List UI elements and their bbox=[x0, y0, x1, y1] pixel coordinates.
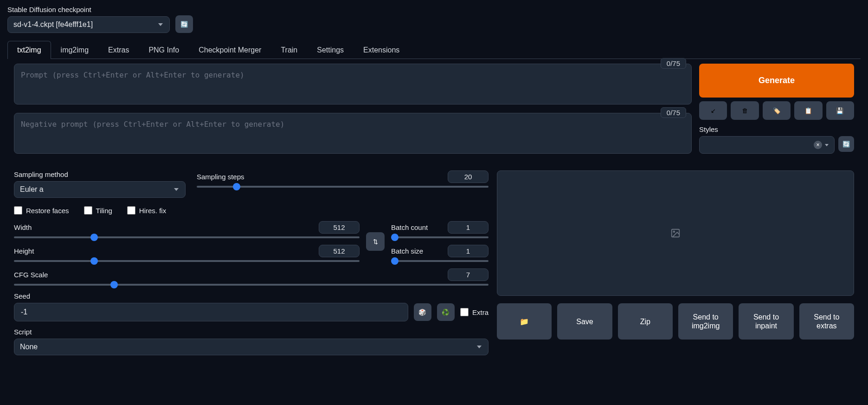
hires-fix-check[interactable]: Hires. fix bbox=[127, 206, 166, 215]
batch-size-label: Batch size bbox=[391, 247, 423, 255]
svg-point-1 bbox=[673, 231, 675, 232]
seed-input[interactable] bbox=[14, 303, 408, 321]
refresh-icon: 🔄 bbox=[842, 141, 850, 148]
sampling-method-select[interactable]: Euler a bbox=[14, 181, 186, 198]
swap-dimensions-button[interactable]: ⇅ bbox=[366, 232, 385, 251]
image-icon bbox=[670, 228, 681, 238]
main-tabs: txt2img img2img Extras PNG Info Checkpoi… bbox=[7, 40, 861, 59]
restore-faces-check[interactable]: Restore faces bbox=[14, 206, 69, 215]
trash-icon: 🗑 bbox=[742, 107, 748, 114]
arrow-icon: ↙ bbox=[711, 107, 716, 114]
sampling-steps-value[interactable]: 20 bbox=[448, 170, 489, 183]
save-icon: 💾 bbox=[836, 107, 844, 114]
cfg-scale-value[interactable]: 7 bbox=[448, 268, 489, 281]
height-label: Height bbox=[14, 247, 34, 255]
dice-icon: 🎲 bbox=[418, 309, 426, 316]
chevron-down-icon bbox=[825, 144, 829, 146]
open-folder-button[interactable]: 📁 bbox=[497, 303, 552, 340]
styles-select[interactable]: × bbox=[699, 136, 835, 154]
clear-styles-icon[interactable]: × bbox=[814, 141, 822, 149]
prompt-counter: 0/75 bbox=[661, 58, 686, 69]
interrogate-button[interactable]: ↙ bbox=[699, 101, 727, 120]
batch-count-slider[interactable] bbox=[391, 236, 489, 238]
negative-prompt-input[interactable] bbox=[14, 113, 692, 154]
style-create-button[interactable]: 🏷️ bbox=[763, 101, 791, 120]
batch-count-label: Batch count bbox=[391, 223, 428, 231]
tab-pnginfo[interactable]: PNG Info bbox=[139, 41, 189, 59]
recycle-icon: ♻️ bbox=[442, 309, 450, 316]
refresh-icon: 🔄 bbox=[180, 21, 188, 28]
height-slider[interactable] bbox=[14, 260, 360, 262]
random-seed-button[interactable]: 🎲 bbox=[414, 303, 431, 321]
tab-extras[interactable]: Extras bbox=[98, 41, 139, 59]
width-value[interactable]: 512 bbox=[319, 221, 360, 234]
reload-checkpoint-button[interactable]: 🔄 bbox=[175, 15, 193, 33]
sampling-steps-slider[interactable] bbox=[197, 186, 489, 188]
tab-img2img[interactable]: img2img bbox=[51, 41, 98, 59]
generate-button[interactable]: Generate bbox=[699, 64, 854, 98]
zip-button[interactable]: Zip bbox=[618, 303, 673, 340]
cfg-scale-slider[interactable] bbox=[14, 284, 489, 286]
script-label: Script bbox=[14, 328, 489, 336]
send-extras-button[interactable]: Send to extras bbox=[799, 303, 854, 340]
seed-label: Seed bbox=[14, 292, 489, 300]
sampling-steps-label: Sampling steps bbox=[197, 173, 244, 181]
width-slider[interactable] bbox=[14, 236, 360, 238]
prompt-input[interactable] bbox=[14, 64, 692, 105]
send-inpaint-button[interactable]: Send to inpaint bbox=[739, 303, 793, 340]
checkpoint-label: Stable Diffusion checkpoint bbox=[7, 6, 170, 13]
tab-train[interactable]: Train bbox=[271, 41, 307, 59]
save-button[interactable]: Save bbox=[557, 303, 612, 340]
clipboard-icon: 📋 bbox=[804, 107, 812, 114]
extra-seed-check[interactable]: Extra bbox=[460, 308, 489, 316]
clear-prompt-button[interactable]: 🗑 bbox=[731, 101, 759, 120]
batch-size-slider[interactable] bbox=[391, 260, 489, 262]
tab-settings[interactable]: Settings bbox=[307, 41, 354, 59]
swap-icon: ⇅ bbox=[373, 238, 378, 245]
tab-txt2img[interactable]: txt2img bbox=[7, 41, 51, 59]
script-select[interactable]: None bbox=[14, 339, 489, 355]
width-label: Width bbox=[14, 223, 32, 231]
send-img2img-button[interactable]: Send to img2img bbox=[678, 303, 733, 340]
tag-icon: 🏷️ bbox=[773, 107, 781, 114]
output-preview bbox=[497, 170, 854, 296]
tab-checkpoint-merger[interactable]: Checkpoint Merger bbox=[189, 41, 271, 59]
styles-label: Styles bbox=[699, 125, 854, 133]
tiling-check[interactable]: Tiling bbox=[84, 206, 112, 215]
reuse-seed-button[interactable]: ♻️ bbox=[437, 303, 455, 321]
refresh-styles-button[interactable]: 🔄 bbox=[838, 136, 854, 152]
tab-extensions[interactable]: Extensions bbox=[354, 41, 409, 59]
checkpoint-select[interactable]: sd-v1-4.ckpt [fe4efff1e1] bbox=[7, 16, 170, 33]
sampling-method-label: Sampling method bbox=[14, 170, 186, 178]
save-style-button[interactable]: 💾 bbox=[826, 101, 854, 120]
cfg-scale-label: CFG Scale bbox=[14, 271, 48, 279]
batch-size-value[interactable]: 1 bbox=[448, 245, 489, 257]
neg-prompt-counter: 0/75 bbox=[661, 107, 686, 118]
clipboard-button[interactable]: 📋 bbox=[794, 101, 822, 120]
height-value[interactable]: 512 bbox=[319, 245, 360, 257]
batch-count-value[interactable]: 1 bbox=[448, 221, 489, 234]
